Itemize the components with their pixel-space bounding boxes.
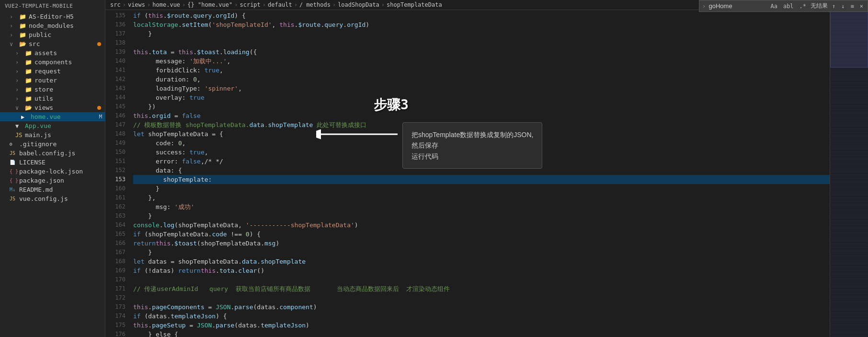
code-line-138: [133, 38, 830, 47]
sidebar-item-label: vue.config.js: [19, 195, 68, 202]
search-input[interactable]: goHome: [708, 2, 766, 10]
search-next-button[interactable]: ↓: [840, 2, 846, 10]
sidebar-item-vue-config[interactable]: JS vue.config.js: [0, 194, 105, 203]
sidebar-item-main-js[interactable]: JS main.js: [0, 130, 105, 139]
chevron-right-icon: ›: [15, 95, 23, 102]
js-icon: JS: [10, 196, 17, 201]
sidebar-item-license[interactable]: 📄 LICENSE: [0, 158, 105, 167]
folder-open-icon: 📂: [25, 105, 33, 111]
sidebar-item-components[interactable]: › 📁 components: [0, 58, 105, 67]
sidebar-item-label: AS-Editor-H5: [29, 13, 74, 20]
code-line-143: loadingType: 'spinner',: [133, 84, 830, 93]
code-editor: 1351361371381391401411421431441451461471…: [105, 10, 868, 337]
sidebar-item-home-vue[interactable]: ▶ home.vue M: [0, 112, 105, 121]
code-line-144: overlay: true: [133, 93, 830, 102]
vue-icon: ▼: [15, 123, 23, 129]
sidebar-item-package-lock[interactable]: { } package-lock.json: [0, 167, 105, 176]
modified-badge: M: [99, 114, 102, 120]
chevron-right-icon: ›: [15, 59, 23, 66]
sidebar-item-label: LICENSE: [19, 159, 46, 166]
code-line-163: }: [133, 211, 830, 221]
sidebar-item-public[interactable]: › 📁 public: [0, 30, 105, 39]
breadcrumb-part: {} "home.vue": [187, 1, 232, 8]
sidebar-item-as-editor[interactable]: › 📁 AS-Editor-H5: [0, 12, 105, 21]
sidebar-item-babel[interactable]: JS babel.config.js: [0, 149, 105, 158]
breadcrumb-part: views: [128, 1, 145, 8]
git-icon: ⚙: [10, 141, 17, 147]
json-icon: { }: [10, 178, 17, 183]
sidebar-item-assets[interactable]: › 📁 assets: [0, 48, 105, 58]
file-icon: 📄: [10, 160, 17, 165]
sidebar-item-src[interactable]: ∨ 📂 src: [0, 39, 105, 48]
code-line-146: this.orgid = false: [133, 111, 830, 120]
vue-icon: ▶: [21, 114, 29, 120]
search-whole-word[interactable]: abl: [782, 2, 795, 10]
breadcrumb-sep: ›: [381, 1, 385, 8]
chevron-right-icon: ›: [15, 50, 23, 57]
sidebar-item-router[interactable]: › 📁 router: [0, 76, 105, 85]
sidebar-item-label: package.json: [19, 177, 64, 184]
sidebar-item-label: components: [34, 58, 72, 66]
sidebar-item-label: package-lock.json: [19, 168, 83, 175]
search-prev-button[interactable]: ↑: [831, 2, 837, 10]
code-line-145: }): [133, 102, 830, 111]
breadcrumb-part: default: [268, 1, 292, 8]
code-content[interactable]: if (this.$route.query.orgId) { localStor…: [129, 10, 830, 337]
breadcrumb-part: home.vue: [152, 1, 180, 8]
sidebar-item-label: .gitignore: [19, 140, 57, 148]
folder-icon: 📁: [25, 86, 33, 93]
md-icon: M↓: [10, 187, 17, 192]
dirty-badge: [97, 106, 101, 110]
sidebar-item-label: assets: [34, 49, 57, 57]
folder-icon: 📁: [19, 23, 27, 29]
sidebar-item-label: App.vue: [25, 122, 51, 129]
sidebar-item-label: src: [29, 40, 40, 47]
sidebar-item-readme[interactable]: M↓ README.md: [0, 185, 105, 194]
chevron-right-icon: ›: [10, 13, 17, 20]
code-line-149: code: 0,: [133, 139, 830, 148]
sidebar-item-views[interactable]: ∨ 📂 views: [0, 103, 105, 112]
breadcrumb-sep: ›: [182, 1, 185, 8]
sidebar-item-node-modules[interactable]: › 📁 node_modules: [0, 21, 105, 30]
sidebar-item-label: home.vue: [31, 113, 61, 120]
sidebar-item-package-json[interactable]: { } package.json: [0, 176, 105, 185]
js-icon: JS: [10, 151, 17, 156]
code-line-173: this.pageComponents = JSON.parse(datas.c…: [133, 302, 830, 312]
json-icon: { }: [10, 169, 17, 174]
code-line-170: [133, 275, 830, 284]
search-match-case[interactable]: Aa: [769, 2, 778, 10]
folder-icon: 📁: [25, 77, 33, 84]
breadcrumb: src › views › home.vue › {} "home.vue" ›…: [105, 0, 868, 10]
sidebar-item-gitignore[interactable]: ⚙ .gitignore: [0, 139, 105, 149]
minimap-viewport: [830, 10, 868, 68]
code-line-142: duration: 0,: [133, 75, 830, 84]
sidebar-item-label: public: [29, 31, 51, 38]
sidebar-item-utils[interactable]: › 📁 utils: [0, 94, 105, 103]
code-line-168: let datas = shopTemplateData.data.shopTe…: [133, 257, 830, 266]
folder-open-icon: 📂: [19, 41, 27, 47]
breadcrumb-part: ∕ methods: [299, 1, 331, 8]
code-line-151: error: false,/* */: [133, 157, 830, 166]
folder-icon: 📁: [25, 95, 33, 102]
sidebar-item-request[interactable]: › 📁 request: [0, 67, 105, 76]
search-close-button[interactable]: ×: [858, 2, 865, 10]
sidebar-item-label: views: [34, 104, 53, 111]
editor-main: src › views › home.vue › {} "home.vue" ›…: [105, 0, 868, 337]
chevron-right-icon: ›: [10, 32, 17, 38]
chevron-right-icon: ›: [15, 86, 23, 93]
folder-icon: 📁: [25, 68, 33, 75]
search-regex[interactable]: .*: [798, 2, 808, 10]
search-more-button[interactable]: ≡: [849, 2, 856, 10]
sidebar-item-app-vue[interactable]: ▼ App.vue: [0, 121, 105, 130]
code-line-153: shopTemplate:: [133, 175, 830, 184]
sidebar-item-store[interactable]: › 📁 store: [0, 85, 105, 94]
code-line-139: this.tota = this.$toast.loading({: [133, 47, 830, 57]
folder-icon: 📁: [25, 50, 33, 57]
breadcrumb-part: script: [240, 1, 260, 8]
code-line-150: success: true,: [133, 148, 830, 157]
sidebar-item-label: request: [34, 68, 61, 75]
chevron-down-icon: ∨: [10, 41, 17, 47]
search-prompt: ›: [702, 2, 706, 10]
code-line-169: if (!datas) return this.tota.clear(): [133, 266, 830, 275]
code-line-165: if (shopTemplateData.code !== 0) {: [133, 230, 830, 239]
